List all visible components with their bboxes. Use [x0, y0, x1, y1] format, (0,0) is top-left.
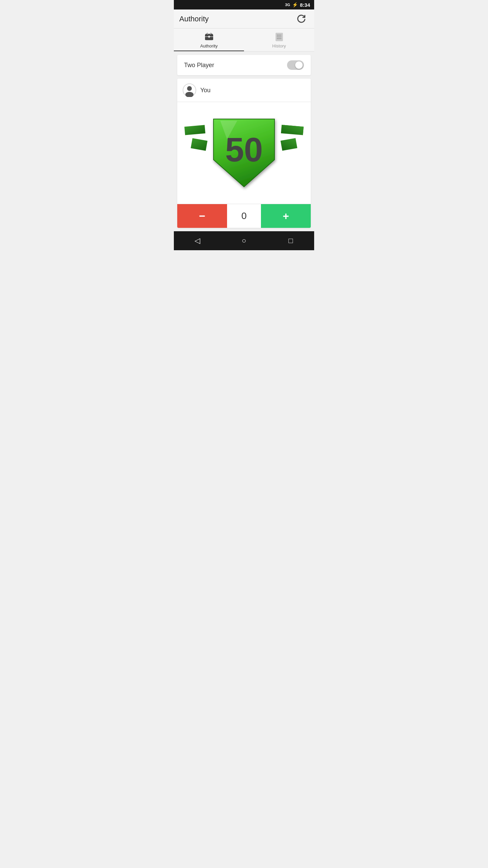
svg-point-22	[187, 86, 192, 91]
player-avatar-icon	[183, 83, 196, 97]
home-button[interactable]: ○	[234, 234, 254, 248]
minus-button[interactable]: −	[177, 204, 227, 228]
authority-tab-icon	[204, 32, 214, 42]
left-wing	[181, 119, 208, 160]
app-bar: Authority	[174, 9, 314, 28]
counter-row: − 0 +	[177, 204, 311, 228]
status-bar: 3G ⚡ 8:34	[174, 0, 314, 9]
player-name: You	[200, 87, 210, 94]
tab-authority[interactable]: Authority	[174, 28, 244, 51]
shield-score: 50	[225, 131, 263, 169]
clock: 8:34	[300, 2, 310, 8]
player-card: You	[177, 79, 311, 228]
plus-button[interactable]: +	[261, 204, 311, 228]
right-wing	[280, 119, 307, 160]
tab-history[interactable]: History	[244, 28, 314, 51]
back-icon: ◁	[195, 236, 200, 245]
bottom-nav: ◁ ○ □	[174, 231, 314, 250]
delta-value: 0	[227, 211, 261, 221]
svg-marker-24	[184, 125, 205, 135]
history-tab-icon	[274, 32, 284, 42]
svg-marker-27	[281, 125, 304, 135]
battery-icon: ⚡	[292, 2, 298, 7]
recent-button[interactable]: □	[281, 234, 301, 248]
recent-icon: □	[288, 236, 293, 245]
two-player-card: Two Player	[177, 55, 311, 75]
back-button[interactable]: ◁	[187, 234, 207, 248]
toggle-thumb	[295, 61, 303, 69]
shield-graphic: 50	[207, 112, 281, 194]
shield-area: 50	[177, 102, 311, 204]
network-indicator: 3G	[285, 3, 290, 7]
home-icon: ○	[242, 236, 246, 245]
player-header: You	[177, 79, 311, 102]
tab-authority-label: Authority	[200, 43, 218, 48]
tab-bar: Authority History	[174, 28, 314, 52]
refresh-button[interactable]	[294, 12, 309, 26]
minus-icon: −	[199, 211, 205, 221]
svg-marker-28	[281, 138, 298, 151]
refresh-icon	[297, 14, 306, 24]
two-player-label: Two Player	[184, 62, 214, 69]
main-content: Two Player You	[174, 52, 314, 231]
two-player-toggle[interactable]	[287, 60, 304, 70]
app-title: Authority	[179, 15, 209, 23]
plus-icon: +	[283, 211, 289, 221]
svg-marker-25	[191, 138, 208, 151]
tab-history-label: History	[272, 43, 286, 48]
